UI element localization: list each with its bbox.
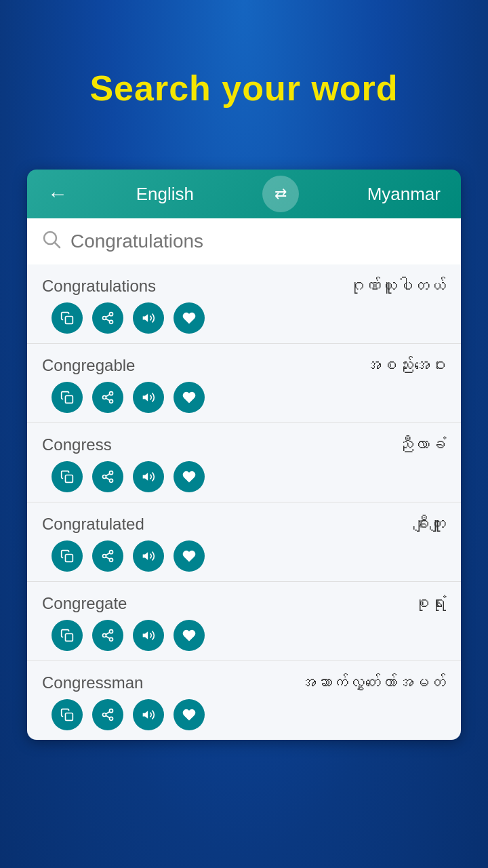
action-buttons	[42, 302, 446, 334]
back-button[interactable]: ←	[47, 182, 68, 205]
myanmar-word: ဂုဏ်ယူပါတယ်	[348, 277, 446, 296]
svg-point-11	[103, 396, 106, 399]
share-button[interactable]	[92, 620, 123, 651]
source-language-label: English	[136, 184, 194, 205]
svg-point-24	[110, 551, 113, 554]
favorite-button[interactable]	[174, 382, 205, 413]
action-buttons	[42, 540, 446, 572]
svg-point-18	[103, 475, 106, 479]
myanmar-word: ချီးကျူး	[413, 515, 446, 534]
english-word: Congress	[42, 435, 112, 454]
svg-point-26	[110, 558, 113, 561]
search-bar-container	[27, 218, 461, 264]
svg-point-31	[110, 630, 113, 633]
english-word: Congratulated	[42, 515, 144, 534]
svg-marker-29	[143, 552, 148, 560]
list-item: Congregate စုရုံး	[27, 582, 461, 661]
svg-line-20	[106, 477, 110, 479]
svg-point-33	[110, 637, 113, 641]
favorite-button[interactable]	[174, 461, 205, 492]
svg-rect-16	[66, 475, 73, 483]
sound-button[interactable]	[133, 540, 164, 572]
svg-point-4	[103, 317, 106, 320]
svg-line-35	[106, 632, 110, 634]
svg-marker-43	[143, 711, 148, 719]
svg-line-7	[106, 315, 110, 317]
svg-line-14	[106, 394, 110, 396]
svg-rect-2	[66, 317, 73, 324]
svg-point-17	[110, 471, 113, 475]
svg-line-34	[106, 636, 110, 638]
share-button[interactable]	[92, 302, 123, 334]
sound-button[interactable]	[133, 302, 164, 334]
copy-button[interactable]	[52, 382, 83, 413]
favorite-button[interactable]	[174, 699, 205, 730]
word-row: Congregable အစည်းအဝေး	[42, 356, 446, 375]
myanmar-word: စုရုံး	[413, 594, 446, 613]
share-button[interactable]	[92, 382, 123, 413]
language-bar: ← English ⇄ Myanmar	[27, 170, 461, 218]
myanmar-word: အဆာက်လွှတ်တော်အမတ်	[300, 673, 446, 692]
svg-rect-30	[66, 634, 73, 642]
svg-point-32	[103, 634, 106, 637]
action-buttons	[42, 620, 446, 651]
svg-line-21	[106, 473, 110, 475]
svg-point-19	[110, 479, 113, 482]
svg-point-10	[110, 392, 113, 395]
list-item: Congratulations ဂုဏ်ယူပါတယ်	[27, 264, 461, 344]
action-buttons	[42, 699, 446, 730]
english-word: Congregable	[42, 356, 135, 375]
svg-line-6	[106, 319, 110, 321]
share-button[interactable]	[92, 699, 123, 730]
svg-marker-36	[143, 631, 148, 639]
page-title: Search your word	[89, 68, 398, 108]
svg-point-39	[103, 713, 106, 717]
copy-button[interactable]	[52, 302, 83, 334]
svg-marker-15	[143, 393, 148, 401]
copy-button[interactable]	[52, 620, 83, 651]
action-buttons	[42, 382, 446, 413]
svg-line-42	[106, 711, 110, 713]
list-item: Congressman အဆာက်လွှတ်တော်အမတ်	[27, 661, 461, 740]
myanmar-word: အစည်းအဝေး	[365, 356, 446, 375]
search-input[interactable]	[70, 231, 446, 252]
list-item: Congress ညီလာခံ	[27, 423, 461, 502]
svg-point-3	[110, 313, 113, 316]
svg-point-12	[110, 399, 113, 403]
svg-rect-9	[66, 396, 73, 403]
share-button[interactable]	[92, 540, 123, 572]
english-word: Congressman	[42, 673, 143, 692]
favorite-button[interactable]	[174, 302, 205, 334]
svg-point-40	[110, 717, 113, 720]
svg-point-38	[110, 709, 113, 713]
svg-marker-8	[143, 314, 148, 322]
svg-line-27	[106, 557, 110, 559]
svg-line-13	[106, 398, 110, 400]
sound-button[interactable]	[133, 699, 164, 730]
svg-line-41	[106, 715, 110, 717]
svg-rect-37	[66, 713, 73, 721]
svg-line-1	[55, 243, 60, 248]
myanmar-word: ညီလာခံ	[397, 435, 446, 454]
word-row: Congratulated ချီးကျူး	[42, 515, 446, 534]
svg-line-28	[106, 553, 110, 555]
list-item: Congratulated ချီးကျူး	[27, 502, 461, 582]
word-row: Congratulations ဂုဏ်ယူပါတယ်	[42, 277, 446, 296]
favorite-button[interactable]	[174, 540, 205, 572]
search-icon	[42, 230, 61, 254]
english-word: Congregate	[42, 594, 127, 613]
list-item: Congregable အစည်းအဝေး	[27, 344, 461, 423]
favorite-button[interactable]	[174, 620, 205, 651]
results-list: Congratulations ဂုဏ်ယူပါတယ် Congregable …	[27, 264, 461, 740]
copy-button[interactable]	[52, 461, 83, 492]
swap-language-button[interactable]: ⇄	[262, 176, 299, 212]
sound-button[interactable]	[133, 461, 164, 492]
word-row: Congress ညီလာခံ	[42, 435, 446, 454]
english-word: Congratulations	[42, 277, 156, 296]
sound-button[interactable]	[133, 620, 164, 651]
action-buttons	[42, 461, 446, 492]
sound-button[interactable]	[133, 382, 164, 413]
copy-button[interactable]	[52, 540, 83, 572]
share-button[interactable]	[92, 461, 123, 492]
copy-button[interactable]	[52, 699, 83, 730]
